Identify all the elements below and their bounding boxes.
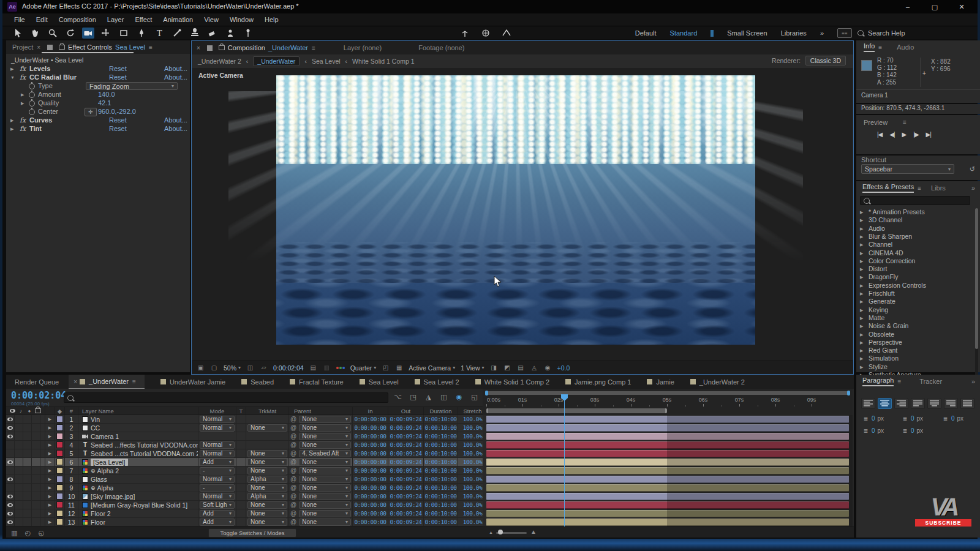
tab-paragraph[interactable]: Paragraph bbox=[862, 377, 894, 386]
label-color-cell[interactable] bbox=[55, 509, 65, 517]
lock-toggle[interactable] bbox=[32, 484, 40, 492]
reset-link[interactable]: Reset bbox=[109, 65, 127, 72]
out-cell[interactable]: 0:00:09:24 bbox=[388, 424, 424, 432]
t-cell[interactable] bbox=[236, 492, 246, 500]
lock-toggle[interactable] bbox=[32, 518, 40, 526]
stopwatch-icon[interactable] bbox=[29, 92, 35, 98]
trkmat-cell[interactable] bbox=[246, 441, 289, 449]
effects-category[interactable]: ▶* Animation Presets bbox=[856, 208, 980, 216]
timeline-tab[interactable]: Jamie bbox=[647, 378, 674, 386]
solo-toggle[interactable] bbox=[23, 432, 32, 440]
close-button[interactable]: ✕ bbox=[948, 0, 975, 13]
out-cell[interactable]: 0:00:09:24 bbox=[388, 492, 424, 500]
in-cell[interactable]: 0:00:00:00 bbox=[353, 467, 388, 474]
trkmat-dropdown[interactable]: None▾ bbox=[247, 510, 287, 517]
expander-icon[interactable]: ▶ bbox=[860, 299, 863, 304]
expand-transfer-controls-icon[interactable]: ◴ bbox=[23, 528, 32, 538]
parent-dropdown[interactable]: None▾ bbox=[299, 467, 351, 474]
current-timecode[interactable]: 0:00:02:04 bbox=[11, 390, 66, 401]
pick-whip-icon[interactable]: @ bbox=[290, 484, 296, 491]
lock-toggle[interactable] bbox=[32, 415, 40, 423]
navigator-end-handle[interactable] bbox=[847, 391, 850, 395]
in-cell[interactable]: 0:00:00:00 bbox=[353, 484, 388, 492]
in-cell[interactable]: 0:00:00:00 bbox=[353, 475, 388, 483]
trkmat-cell[interactable]: None▾ bbox=[246, 518, 289, 526]
hide-shy-layers-icon[interactable]: ◮ bbox=[424, 392, 433, 402]
timeline-tab[interactable]: Fractal Texture bbox=[290, 378, 344, 386]
rotation-tool-icon[interactable] bbox=[64, 28, 77, 39]
audio-toggle[interactable] bbox=[15, 467, 23, 474]
duration-cell[interactable]: 0:00:10:00 bbox=[424, 424, 458, 432]
solo-toggle[interactable] bbox=[23, 501, 32, 509]
effects-category[interactable]: ▶Frischluft bbox=[856, 290, 980, 298]
timeline-tab[interactable]: Sea Level 2 bbox=[415, 378, 459, 386]
pick-whip-icon[interactable]: @ bbox=[290, 450, 296, 457]
in-cell[interactable]: 0:00:00:00 bbox=[353, 518, 388, 526]
hand-tool-icon[interactable] bbox=[29, 28, 41, 39]
effect-row[interactable]: ▶Amount140.0 bbox=[6, 91, 190, 99]
expander-icon[interactable]: ▶ bbox=[860, 316, 863, 321]
panel-menu-icon[interactable]: ≡ bbox=[312, 45, 315, 51]
solo-toggle[interactable] bbox=[23, 509, 32, 517]
expand-layer-switches-icon[interactable]: ▥ bbox=[10, 528, 19, 538]
pen-tool-icon[interactable] bbox=[135, 28, 148, 39]
trkmat-cell[interactable]: None▾ bbox=[246, 424, 289, 432]
layer-row[interactable]: ▶13FloorAdd▾None▾@None▾0:00:00:000:00:09… bbox=[6, 518, 483, 527]
t-cell[interactable] bbox=[236, 501, 246, 509]
view-menu[interactable]: Active Camera▾ bbox=[409, 364, 455, 372]
label-color-cell[interactable] bbox=[55, 518, 65, 526]
t-cell[interactable] bbox=[236, 458, 246, 466]
layer-row[interactable]: ▶12Floor 2Add▾None▾@None▾0:00:00:000:00:… bbox=[6, 509, 483, 518]
video-toggle[interactable] bbox=[6, 432, 15, 440]
parent-cell[interactable]: @None▾ bbox=[289, 492, 353, 500]
expander-icon[interactable]: ▶ bbox=[21, 92, 24, 97]
about-link[interactable]: About... bbox=[164, 65, 187, 72]
layer-row[interactable]: ▶7⊕Alpha 2-▾None▾@None▾0:00:00:000:00:09… bbox=[6, 467, 483, 475]
lock-toggle[interactable] bbox=[32, 458, 40, 466]
trkmat-cell[interactable]: None▾ bbox=[246, 484, 289, 492]
parent-cell[interactable]: @None▾ bbox=[289, 458, 353, 466]
trkmat-cell[interactable] bbox=[246, 432, 289, 440]
layer-name-cell[interactable]: Glass bbox=[78, 475, 198, 483]
trkmat-dropdown[interactable]: None▾ bbox=[247, 459, 287, 466]
paragraph-field-value[interactable]: 0 bbox=[951, 415, 955, 422]
expander-icon[interactable]: ▼ bbox=[10, 75, 15, 80]
video-toggle[interactable] bbox=[6, 467, 15, 474]
video-toggle[interactable] bbox=[6, 484, 15, 492]
parent-cell[interactable]: @4. Seabed Aft▾ bbox=[289, 449, 353, 457]
trkmat-column[interactable]: TrkMat bbox=[246, 407, 289, 414]
out-cell[interactable]: 0:00:09:24 bbox=[388, 449, 424, 457]
mode-dropdown[interactable]: Add▾ bbox=[200, 519, 235, 526]
in-column[interactable]: In bbox=[353, 407, 388, 414]
label-color-cell[interactable] bbox=[55, 484, 65, 492]
mode-dropdown[interactable]: Add▾ bbox=[200, 510, 235, 517]
effects-category[interactable]: ▶Audio bbox=[856, 225, 980, 233]
effects-category[interactable]: ▶Blur & Sharpen bbox=[856, 233, 980, 241]
pick-whip-icon[interactable]: @ bbox=[290, 416, 296, 422]
paragraph-field[interactable]: ≣0px bbox=[902, 415, 923, 422]
minimize-button[interactable]: – bbox=[894, 0, 921, 13]
zoom-in-icon[interactable]: ▲ bbox=[530, 528, 537, 535]
stopwatch-icon[interactable] bbox=[29, 100, 35, 107]
trkmat-cell[interactable] bbox=[246, 415, 289, 423]
mode-cell[interactable]: Normal▾ bbox=[198, 441, 236, 449]
timeline-tab[interactable]: Sea Level bbox=[360, 378, 399, 386]
in-cell[interactable]: 0:00:00:00 bbox=[353, 424, 388, 432]
paragraph-field-value[interactable]: 0 bbox=[872, 415, 875, 422]
layer-row[interactable]: ▶6[Sea Level]Add▾None▾@None▾0:00:00:000:… bbox=[6, 458, 483, 467]
paragraph-field[interactable]: ≣0px bbox=[862, 415, 884, 422]
track-area[interactable] bbox=[483, 415, 853, 527]
menu-edit[interactable]: Edit bbox=[31, 13, 53, 26]
mode-cell[interactable]: Soft Ligh▾ bbox=[198, 501, 236, 509]
label-color-cell[interactable] bbox=[55, 501, 65, 509]
out-cell[interactable]: 0:00:09:24 bbox=[388, 475, 424, 483]
parent-dropdown[interactable]: None▾ bbox=[299, 459, 351, 466]
expander-icon[interactable]: ▶ bbox=[860, 251, 863, 256]
label-color-cell[interactable] bbox=[55, 424, 65, 432]
tab-audio[interactable]: Audio bbox=[897, 43, 914, 51]
audio-toggle[interactable] bbox=[15, 441, 23, 449]
trkmat-cell[interactable]: None▾ bbox=[246, 449, 289, 457]
solo-column-icon[interactable]: ● bbox=[26, 407, 34, 414]
menu-view[interactable]: View bbox=[198, 13, 224, 26]
effects-category[interactable]: ▶DragonFly bbox=[856, 273, 980, 281]
